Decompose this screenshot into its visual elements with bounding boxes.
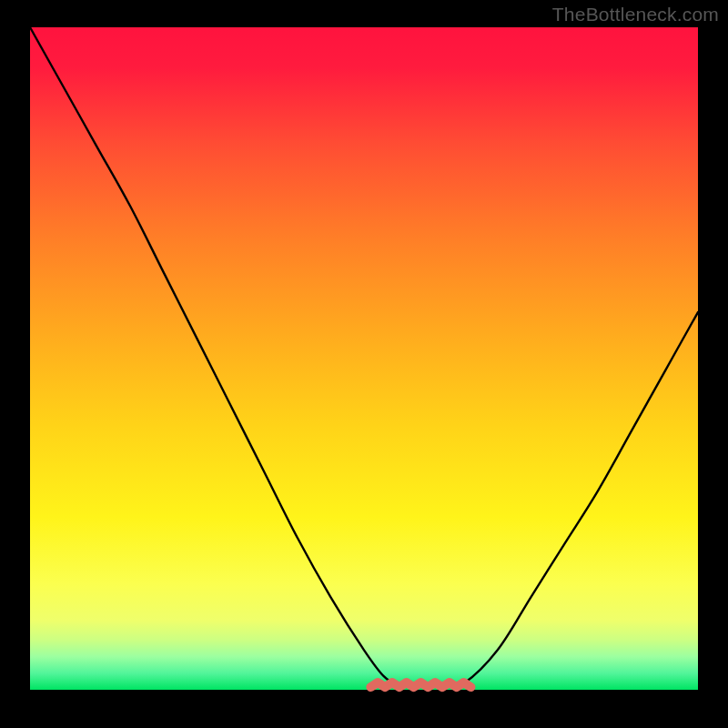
credit-text: TheBottleneck.com xyxy=(552,4,719,25)
bottleneck-chart xyxy=(0,0,728,728)
plot-area xyxy=(30,27,698,690)
bottom-highlight xyxy=(370,682,470,687)
